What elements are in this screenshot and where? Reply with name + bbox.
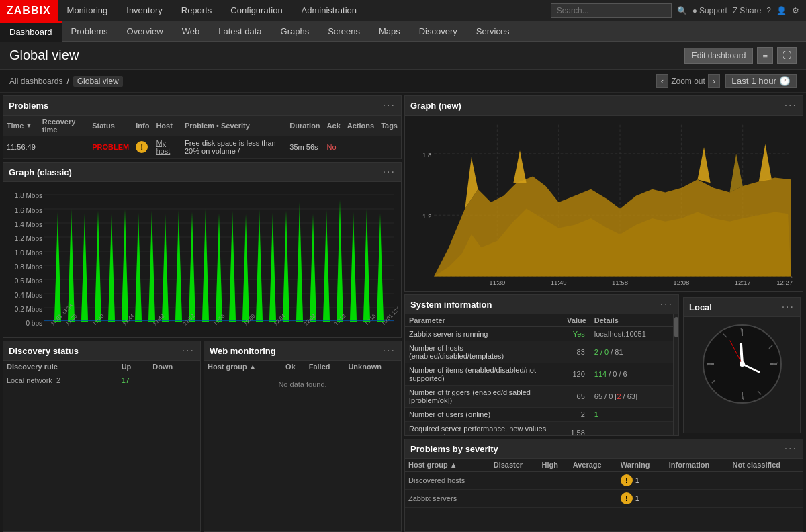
sysinfo-value-1: 83 — [552, 341, 590, 363]
sev-row-1-info — [666, 490, 729, 508]
col-ack[interactable]: Ack — [324, 116, 344, 136]
tab-discovery[interactable]: Discovery — [410, 21, 467, 42]
web-panel-menu[interactable]: ··· — [383, 345, 396, 357]
breadcrumb-right: ‹ Zoom out › Last 1 hour 🕐 — [656, 74, 797, 88]
nav-reports[interactable]: Reports — [172, 0, 222, 21]
nav-inventory[interactable]: Inventory — [117, 0, 171, 21]
table-row: Zabbix servers ! 1 — [405, 490, 803, 508]
discovery-table: Discovery rule Up Down Local network_2 1… — [3, 361, 200, 387]
col-recovery-time[interactable]: Recovery time — [39, 116, 89, 136]
table-row: Number of triggers (enabled/disabled [pr… — [405, 386, 673, 408]
col-time[interactable]: Time▼ — [3, 116, 39, 136]
web-table: Host group ▲ Ok Failed Unknown No data f… — [204, 361, 401, 395]
col-host[interactable]: Host — [152, 116, 181, 136]
discovery-panel-header: Discovery status ··· — [3, 341, 200, 361]
search-input[interactable] — [551, 3, 672, 18]
edit-dashboard-button[interactable]: Edit dashboard — [684, 48, 754, 64]
disc-rule-name[interactable]: Local network_2 — [3, 373, 118, 388]
sev-col-not-classified: Not classified — [729, 459, 803, 472]
table-row: Number of items (enabled/disabled/not su… — [405, 363, 673, 386]
graph-classic-svg: 1.8 Mbps 1.6 Mbps 1.4 Mbps 1.2 Mbps 1.0 … — [6, 185, 398, 332]
svg-text:12:08: 12:08 — [673, 279, 689, 286]
share-icon: Z — [733, 6, 737, 15]
problem-info: ! — [132, 136, 152, 159]
sev-col-disaster: Disaster — [490, 459, 539, 472]
sev-row-1-warning: ! 1 — [617, 490, 666, 508]
top-nav-right: 🔍 ● Support Z Share ? 👤 ⚙ — [551, 3, 806, 18]
svg-text:0.4 Mbps: 0.4 Mbps — [15, 292, 42, 299]
severity-panel-menu[interactable]: ··· — [785, 443, 797, 455]
list-view-button[interactable]: ≡ — [757, 47, 773, 64]
sysinfo-details-1: 2 / 0 / 81 — [590, 341, 673, 363]
time-range-button[interactable]: Last 1 hour 🕐 — [725, 74, 797, 88]
col-tags[interactable]: Tags — [377, 116, 401, 136]
problems-panel-menu[interactable]: ··· — [383, 99, 396, 112]
support-button[interactable]: ● Support — [692, 6, 727, 15]
sysinfo-param-1: Number of hosts (enabled/disabled/templa… — [405, 341, 552, 363]
problems-panel-header: Problems ··· — [3, 96, 401, 116]
tab-dashboard[interactable]: Dashboard — [0, 21, 62, 42]
zoom-back-button[interactable]: ‹ — [656, 74, 668, 88]
sev-col-hostgroup[interactable]: Host group ▲ — [405, 459, 490, 472]
graph-new-title: Graph (new) — [410, 101, 461, 111]
nav-configuration[interactable]: Configuration — [221, 0, 292, 21]
web-col-hostgroup[interactable]: Host group ▲ — [204, 361, 282, 373]
sysinfo-value-2: 120 — [552, 363, 590, 386]
share-button[interactable]: Z Share — [733, 6, 761, 15]
zoom-forward-button[interactable]: › — [708, 74, 720, 88]
sysinfo-value-5: 1.58 — [552, 422, 590, 436]
page-title: Global view — [9, 48, 79, 63]
graph-new-menu[interactable]: ··· — [785, 99, 797, 112]
nav-monitoring[interactable]: Monitoring — [58, 0, 118, 21]
web-panel-title: Web monitoring — [210, 346, 276, 356]
system-info-menu[interactable]: ··· — [660, 298, 673, 310]
left-column: Problems ··· Time▼ Recovery time Status … — [0, 93, 403, 532]
search-button[interactable]: 🔍 — [677, 6, 687, 15]
sysinfo-scrollbar[interactable] — [673, 314, 678, 435]
sev-row-1-host[interactable]: Zabbix servers — [405, 490, 490, 508]
tab-services[interactable]: Services — [467, 21, 519, 42]
sev-row-0-host[interactable]: Discovered hosts — [405, 472, 490, 490]
tab-graphs[interactable]: Graphs — [271, 21, 319, 42]
system-info-scroll[interactable]: Parameter Value Details Zabbix server is… — [405, 314, 673, 435]
sev-row-1-not-classified — [729, 490, 803, 508]
sysinfo-param-4: Number of users (online) — [405, 408, 552, 422]
settings-button[interactable]: ⚙ — [792, 6, 799, 15]
problem-recovery-time — [39, 136, 89, 159]
sysinfo-param-3: Number of triggers (enabled/disabled [pr… — [405, 386, 552, 408]
graph-classic-menu[interactable]: ··· — [383, 166, 396, 178]
all-dashboards-link[interactable]: All dashboards — [9, 77, 62, 86]
sev-row-0-average — [570, 472, 617, 490]
tab-problems[interactable]: Problems — [62, 21, 118, 42]
sysinfo-col-param: Parameter — [405, 314, 552, 327]
col-status[interactable]: Status — [89, 116, 132, 136]
sev-row-0-high — [538, 472, 569, 490]
logo[interactable]: ZABBIX — [0, 0, 58, 21]
severity-table: Host group ▲ Disaster High Average Warni… — [405, 459, 803, 508]
col-info[interactable]: Info — [132, 116, 152, 136]
nav-administration[interactable]: Administration — [292, 0, 366, 21]
problems-panel-title: Problems — [9, 101, 48, 111]
tab-maps[interactable]: Maps — [369, 21, 410, 42]
tab-screens[interactable]: Screens — [318, 21, 369, 42]
page-header-actions: Edit dashboard ≡ ⛶ — [684, 47, 797, 64]
sev-col-info: Information — [666, 459, 729, 472]
tab-overview[interactable]: Overview — [118, 21, 173, 42]
graph-classic-title: Graph (classic) — [9, 167, 72, 177]
fullscreen-button[interactable]: ⛶ — [777, 47, 797, 64]
table-row: No data found. — [204, 373, 401, 396]
tab-latest-data[interactable]: Latest data — [209, 21, 271, 42]
user-button[interactable]: 👤 — [776, 6, 787, 15]
col-problem-severity[interactable]: Problem • Severity — [181, 116, 286, 136]
sysinfo-value-3: 65 — [552, 386, 590, 408]
svg-text:1.4 Mbps: 1.4 Mbps — [15, 221, 42, 228]
svg-text:→: → — [787, 273, 795, 281]
local-menu[interactable]: ··· — [782, 301, 795, 313]
sub-navigation: Dashboard Problems Overview Web Latest d… — [0, 21, 806, 42]
problem-ack[interactable]: No — [324, 136, 344, 159]
tab-web[interactable]: Web — [173, 21, 210, 42]
col-actions[interactable]: Actions — [344, 116, 377, 136]
col-duration[interactable]: Duration — [286, 116, 323, 136]
help-button[interactable]: ? — [766, 6, 771, 15]
discovery-panel-menu[interactable]: ··· — [182, 345, 195, 357]
